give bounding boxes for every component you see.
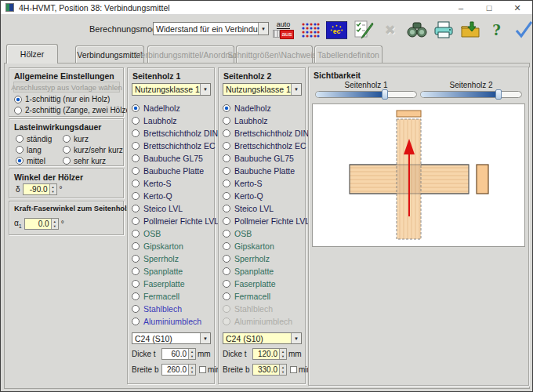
material-radio[interactable]: Steico LVL bbox=[132, 202, 227, 215]
tab-hoelzer[interactable]: Hölzer bbox=[6, 44, 58, 64]
auto-aus-toggle-icon[interactable]: auto aus bbox=[273, 20, 294, 41]
material-radio[interactable]: Baubuche Platte bbox=[132, 165, 227, 177]
side1-thickness-stepper[interactable]: 60.0 ▲▼ bbox=[161, 348, 196, 360]
spinner-buttons[interactable]: ▲▼ bbox=[188, 349, 195, 359]
side1-min-checkbox[interactable] bbox=[199, 366, 206, 373]
timber-connection-drawing bbox=[313, 104, 524, 246]
load-duration-radio[interactable]: lang bbox=[16, 144, 63, 155]
radio-icon bbox=[132, 280, 140, 288]
material-radio[interactable]: Baubuche GL75 bbox=[223, 152, 317, 165]
material-radio[interactable]: Pollmeier Fichte LVL S bbox=[223, 215, 317, 227]
material-radio[interactable]: Stahlblech bbox=[132, 303, 227, 315]
radio-icon bbox=[223, 318, 230, 325]
material-radio[interactable]: OSB bbox=[223, 227, 317, 240]
side2-width-stepper[interactable]: 330.0 ▲▼ bbox=[252, 364, 287, 376]
side1-width-stepper[interactable]: 260.0 ▲▼ bbox=[161, 364, 196, 376]
material-radio[interactable]: Brettschichtholz EC bbox=[132, 140, 227, 152]
side2-usage-class-select[interactable]: Nutzungsklasse 1 ▼ bbox=[223, 83, 302, 96]
svg-text:ec: ec bbox=[333, 27, 341, 34]
material-radio[interactable]: Aluminiumblech bbox=[132, 315, 227, 328]
chevron-down-icon[interactable]: ▼ bbox=[200, 84, 210, 95]
fastener-grid-icon[interactable] bbox=[299, 20, 321, 41]
side1-usage-class-select[interactable]: Nutzungsklasse 1 ▼ bbox=[132, 83, 211, 96]
force-angle-stepper[interactable]: 0.0 ▲▼ bbox=[24, 218, 59, 230]
tab-content: Allgemeine Einstellungen Anschlusstyp au… bbox=[4, 63, 530, 389]
material-radio[interactable]: Spanplatte bbox=[223, 265, 317, 278]
spin-down-icon: ▼ bbox=[50, 190, 56, 195]
close-button[interactable]: ✕ bbox=[506, 1, 529, 15]
material-radio[interactable]: Brettschichtholz EC bbox=[223, 140, 317, 152]
material-radio[interactable]: Brettschichtholz DIN bbox=[223, 127, 317, 140]
radio-one-shear[interactable]: 1-schnittig (nur ein Holz) bbox=[14, 95, 110, 103]
side2-material-list: Nadelholz Laubholz Brettschichtholz DIN … bbox=[223, 102, 317, 328]
material-radio[interactable]: Fermacell bbox=[223, 290, 317, 303]
eurocode-icon[interactable]: ec bbox=[326, 20, 347, 41]
material-radio[interactable]: Gipskarton bbox=[223, 240, 317, 252]
spinner-buttons[interactable]: ▲▼ bbox=[49, 184, 56, 194]
tab-schnittgroessen-nachweise: Schnittgrößen\Nachweise bbox=[236, 45, 313, 64]
search-binoculars-icon[interactable] bbox=[406, 20, 427, 41]
chevron-down-icon[interactable]: ▼ bbox=[291, 84, 301, 95]
minimize-button[interactable]: – bbox=[449, 1, 473, 15]
load-duration-radio[interactable]: kurz bbox=[63, 133, 123, 144]
side1-visibility-slider[interactable] bbox=[315, 91, 417, 98]
side2-grade-select[interactable]: C24 (S10) ▼ bbox=[223, 332, 302, 344]
wood-angle-value[interactable]: -90.0 bbox=[24, 184, 49, 194]
confirm-icon[interactable] bbox=[513, 20, 533, 41]
help-icon[interactable]: ? bbox=[486, 20, 507, 41]
material-radio[interactable]: Steico LVL bbox=[223, 202, 317, 215]
checklist-edit-icon[interactable] bbox=[353, 20, 374, 41]
side2-thickness-stepper[interactable]: 120.0 ▲▼ bbox=[252, 348, 287, 360]
spinner-buttons[interactable]: ▲▼ bbox=[188, 365, 195, 375]
material-radio[interactable]: Spanplatte bbox=[132, 265, 227, 278]
material-radio[interactable]: Faserplatte bbox=[223, 278, 317, 290]
radio-icon bbox=[223, 104, 230, 112]
load-duration-radio[interactable]: mittel bbox=[16, 155, 63, 166]
tab-verbindungsmittel[interactable]: Verbindungsmittel bbox=[75, 45, 144, 64]
material-radio[interactable]: Kerto-S bbox=[223, 177, 317, 190]
tab-bar: Hölzer Verbindungsmittel Verbindungsmitt… bbox=[1, 44, 532, 64]
load-duration-radio[interactable]: kurz/sehr kurz bbox=[63, 144, 123, 155]
material-radio[interactable]: Sperrholz bbox=[223, 252, 317, 265]
grid-glyph bbox=[273, 30, 280, 38]
wood-angle-stepper[interactable]: -90.0 ▲▼ bbox=[23, 183, 57, 195]
material-radio[interactable]: Fermacell bbox=[132, 290, 227, 303]
material-radio[interactable]: Pollmeier Fichte LVL S bbox=[132, 215, 227, 227]
slider-handle[interactable] bbox=[495, 89, 502, 100]
material-radio[interactable]: Faserplatte bbox=[132, 278, 227, 290]
chevron-down-icon[interactable]: ▼ bbox=[258, 23, 268, 34]
material-radio[interactable]: Kerto-Q bbox=[132, 190, 227, 202]
spinner-buttons[interactable]: ▲▼ bbox=[279, 365, 286, 375]
material-radio[interactable]: Nadelholz bbox=[223, 102, 317, 114]
window-title: 4H-HVMT, Position 38: Verbindungsmittel bbox=[19, 3, 170, 13]
material-radio[interactable]: Baubuche Platte bbox=[223, 165, 317, 177]
material-radio[interactable]: Brettschichtholz DIN bbox=[132, 127, 227, 140]
top-cap-piece bbox=[397, 111, 421, 117]
spinner-buttons[interactable]: ▲▼ bbox=[279, 349, 286, 359]
radio-icon bbox=[223, 154, 230, 162]
chevron-down-icon[interactable]: ▼ bbox=[200, 333, 210, 343]
force-angle-value[interactable]: 0.0 bbox=[25, 219, 51, 229]
material-radio[interactable]: Gipskarton bbox=[132, 240, 227, 252]
side1-grade-select[interactable]: C24 (S10) ▼ bbox=[132, 332, 211, 344]
save-import-icon[interactable] bbox=[459, 20, 480, 41]
material-radio[interactable]: Laubholz bbox=[132, 114, 227, 127]
material-radio[interactable]: OSB bbox=[132, 227, 227, 240]
material-radio[interactable]: Kerto-Q bbox=[223, 190, 317, 202]
material-radio[interactable]: Nadelholz bbox=[132, 102, 227, 114]
side2-visibility-slider[interactable] bbox=[420, 91, 522, 98]
radio-two-shear[interactable]: 2-schnittig (Zange, zwei Hölzer) bbox=[14, 106, 136, 114]
mode-select[interactable]: Widerstand für ein Verbindungsmittel ▼ bbox=[153, 22, 269, 35]
print-icon[interactable] bbox=[433, 20, 454, 41]
maximize-button[interactable]: □ bbox=[477, 1, 501, 15]
material-radio[interactable]: Kerto-S bbox=[132, 177, 227, 190]
side2-min-checkbox[interactable] bbox=[290, 366, 297, 373]
load-duration-radio[interactable]: sehr kurz bbox=[63, 155, 123, 166]
material-radio[interactable]: Baubuche GL75 bbox=[132, 152, 227, 165]
chevron-down-icon[interactable]: ▼ bbox=[291, 333, 301, 343]
load-duration-radio[interactable]: ständig bbox=[16, 133, 63, 144]
material-radio[interactable]: Laubholz bbox=[223, 114, 317, 127]
spinner-buttons[interactable]: ▲▼ bbox=[51, 219, 58, 229]
slider-handle[interactable] bbox=[382, 89, 388, 100]
material-radio[interactable]: Sperrholz bbox=[132, 252, 227, 265]
